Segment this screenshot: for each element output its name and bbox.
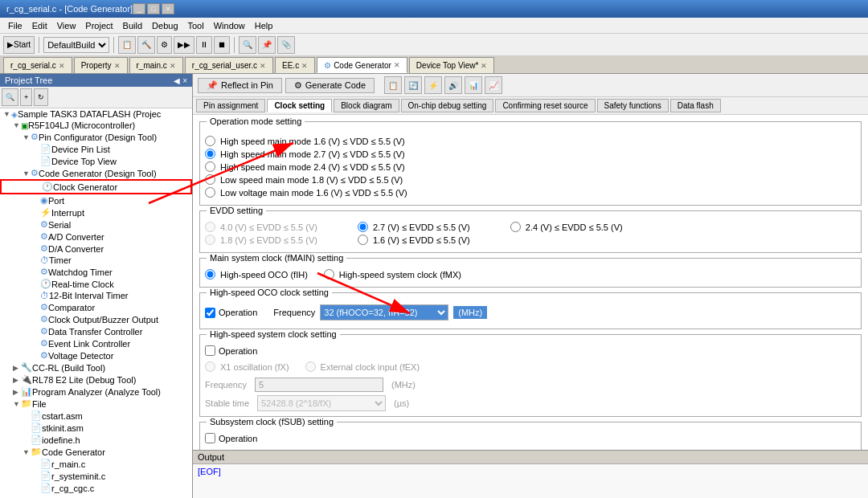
tree-item-timer[interactable]: ⏱ Timer xyxy=(0,255,192,266)
tree-item-cc-rl[interactable]: ▶ 🔧 CC-RL (Build Tool) xyxy=(0,361,192,374)
tree-item-r-main[interactable]: 📄 r_main.c xyxy=(0,458,192,470)
main-clock-radio-2[interactable] xyxy=(324,269,334,280)
tab-safety-functions[interactable]: Safety functions xyxy=(597,99,669,112)
extra-btn-5[interactable]: 📊 xyxy=(465,76,482,94)
toolbar-btn-7[interactable]: 🔍 xyxy=(239,36,256,54)
tab-data-flash[interactable]: Data flash xyxy=(670,99,721,112)
op-mode-option-3[interactable]: High speed main mode 2.4 (V) ≤ VDD ≤ 5.5… xyxy=(205,161,856,172)
hss-operation[interactable]: Operation xyxy=(205,345,856,356)
evdd-radio-3[interactable] xyxy=(358,222,368,232)
tab-r-main[interactable]: r_main.c ✕ xyxy=(129,57,183,73)
tree-item-voltage-detector[interactable]: ⚙ Voltage Detector xyxy=(0,349,192,361)
tree-item-ad-converter[interactable]: ⚙ A/D Converter xyxy=(0,231,192,243)
op-mode-option-2[interactable]: High speed main mode 2.7 (V) ≤ VDD ≤ 5.5… xyxy=(205,149,856,159)
tree-item-realtime-clock[interactable]: 🕐 Real-time Clock xyxy=(0,278,192,290)
hss-stable-select[interactable]: 52428.8 (2^18/fX) xyxy=(257,395,386,411)
tab-ee[interactable]: EE.c ✕ xyxy=(275,57,315,73)
evdd-radio-4[interactable] xyxy=(358,235,368,245)
generate-code-button[interactable]: ⚙ Generate Code xyxy=(285,78,375,93)
tree-item-device-pin[interactable]: 📄 Device Pin List xyxy=(0,143,192,155)
tab-block-diagram[interactable]: Block diagram xyxy=(334,99,399,112)
reflect-in-pin-button[interactable]: 📌 Reflect in Pin xyxy=(198,78,282,93)
tree-item-code-gen[interactable]: ▼ ⚙ Code Generator (Design Tool) xyxy=(0,167,192,179)
tab-property[interactable]: Property ✕ xyxy=(74,57,128,73)
tree-item-event-link[interactable]: ⚙ Event Link Controller xyxy=(0,337,192,349)
tree-scroll[interactable]: ▼ ◈ Sample TASK3 DATAFLASH (Projec ▼ ▣ R… xyxy=(0,108,192,498)
extra-btn-2[interactable]: 🔄 xyxy=(404,76,422,94)
tree-item-serial[interactable]: ⚙ Serial xyxy=(0,218,192,231)
tab-on-chip-debug[interactable]: On-chip debug setting xyxy=(401,99,494,112)
tab-r-cg-serial[interactable]: r_cg_serial.c ✕ xyxy=(3,57,72,73)
tab-pin-assignment[interactable]: Pin assignment xyxy=(196,99,265,112)
toolbar-btn-1[interactable]: 📋 xyxy=(118,36,136,54)
hss-radio-1[interactable] xyxy=(205,361,215,372)
toolbar-btn-2[interactable]: 🔨 xyxy=(137,36,155,54)
tree-btn-3[interactable]: ↻ xyxy=(34,88,48,106)
extra-btn-3[interactable]: ⚡ xyxy=(424,76,442,94)
op-mode-option-4[interactable]: Low speed main mode 1.8 (V) ≤ VDD ≤ 5.5 … xyxy=(205,174,856,185)
evdd-opt-2[interactable]: 1.8 (V) ≤ EVDD ≤ 5.5 (V) xyxy=(205,235,317,245)
menu-project[interactable]: Project xyxy=(80,19,117,32)
maximize-button[interactable]: □ xyxy=(147,3,160,14)
tab-code-generator[interactable]: ⚙ Code Generator ✕ xyxy=(317,57,407,73)
window-controls[interactable]: _ □ × xyxy=(133,3,174,14)
close-button[interactable]: × xyxy=(162,3,174,14)
tree-item-clock-output[interactable]: ⚙ Clock Output/Buzzer Output xyxy=(0,313,192,325)
tree-btn-1[interactable]: 🔍 xyxy=(2,88,18,106)
evdd-radio-5[interactable] xyxy=(510,222,521,232)
tab-clock-setting[interactable]: Clock setting xyxy=(267,99,332,112)
tree-item-sample[interactable]: ▼ ◈ Sample TASK3 DATAFLASH (Projec xyxy=(0,108,192,120)
evdd-opt-4[interactable]: 1.6 (V) ≤ EVDD ≤ 5.5 (V) xyxy=(358,235,470,245)
menu-build[interactable]: Build xyxy=(118,19,147,32)
tab-close-icon[interactable]: ✕ xyxy=(59,62,65,70)
evdd-opt-5[interactable]: 2.4 (V) ≤ EVDD ≤ 5.5 (V) xyxy=(510,222,623,232)
tree-item-r-cg-cgc[interactable]: 📄 r_cg_cgc.c xyxy=(0,482,192,494)
minimize-button[interactable]: _ xyxy=(133,3,145,14)
extra-btn-6[interactable]: 📈 xyxy=(485,76,502,94)
sub-operation-checkbox[interactable] xyxy=(205,433,215,443)
sub-operation[interactable]: Operation xyxy=(205,433,856,443)
tree-item-cstart[interactable]: 📄 cstart.asm xyxy=(0,410,192,422)
tree-item-file[interactable]: ▼ 📁 File xyxy=(0,398,192,410)
tree-item-port[interactable]: ◉ Port xyxy=(0,194,192,206)
evdd-opt-1[interactable]: 4.0 (V) ≤ EVDD ≤ 5.5 (V) xyxy=(205,222,317,232)
tree-item-da-converter[interactable]: ⚙ D/A Converter xyxy=(0,243,192,255)
oco-operation-checkbox[interactable] xyxy=(205,308,215,318)
evdd-radio-2[interactable] xyxy=(205,235,215,245)
hss-radio-2[interactable] xyxy=(305,361,316,372)
oco-frequency-select[interactable]: 32 (fHOCO=32, fIH=32) 16 (fHOCO=16, fIH=… xyxy=(320,304,448,320)
op-mode-radio-2[interactable] xyxy=(205,149,215,159)
tree-item-r5f[interactable]: ▼ ▣ R5F104LJ (Microcontroller) xyxy=(0,120,192,131)
hss-opt-1[interactable]: X1 oscillation (fX) xyxy=(205,361,289,372)
op-mode-radio-5[interactable] xyxy=(205,187,215,198)
op-mode-radio-3[interactable] xyxy=(205,161,215,172)
tree-item-iodefine[interactable]: 📄 iodefine.h xyxy=(0,434,192,446)
main-clock-opt-2[interactable]: High-speed system clock (fMX) xyxy=(324,269,461,280)
tab-close-icon[interactable]: ✕ xyxy=(394,61,400,69)
menu-tool[interactable]: Tool xyxy=(183,19,209,32)
toolbar-btn-3[interactable]: ⚙ xyxy=(157,36,172,54)
tree-item-clock-gen[interactable]: 🕐 Clock Generator xyxy=(0,179,192,194)
tree-btn-2[interactable]: + xyxy=(20,88,32,106)
op-mode-radio-4[interactable] xyxy=(205,174,215,185)
toolbar-btn-6[interactable]: ⏹ xyxy=(214,36,230,54)
menu-view[interactable]: View xyxy=(52,19,81,32)
tree-item-watchdog[interactable]: ⚙ Watchdog Timer xyxy=(0,266,192,278)
tab-close-icon[interactable]: ✕ xyxy=(301,62,308,70)
menu-file[interactable]: File xyxy=(3,19,27,32)
tab-close-icon[interactable]: ✕ xyxy=(170,62,176,70)
tree-item-interrupt[interactable]: ⚡ Interrupt xyxy=(0,206,192,218)
tree-item-rl78-e2[interactable]: ▶ 🔌 RL78 E2 Lite (Debug Tool) xyxy=(0,374,192,386)
op-mode-option-1[interactable]: High speed main mode 1.6 (V) ≤ VDD ≤ 5.5… xyxy=(205,136,856,146)
op-mode-radio-1[interactable] xyxy=(205,136,215,146)
tab-r-cg-serial-user[interactable]: r_cg_serial_user.c ✕ xyxy=(185,57,273,73)
toolbar-btn-9[interactable]: 📎 xyxy=(277,36,295,54)
menu-help[interactable]: Help xyxy=(250,19,278,32)
main-clock-radio-1[interactable] xyxy=(205,269,215,280)
tree-item-code-gen2[interactable]: ▼ 📁 Code Generator xyxy=(0,446,192,458)
toolbar-btn-8[interactable]: 📌 xyxy=(258,36,276,54)
tab-confirming-reset[interactable]: Confirming reset source xyxy=(495,99,595,112)
evdd-opt-3[interactable]: 2.7 (V) ≤ EVDD ≤ 5.5 (V) xyxy=(358,222,470,232)
sidebar-controls[interactable]: ◀ × xyxy=(174,76,187,85)
tree-item-program-analyzer[interactable]: ▶ 📊 Program Analyzer (Analyze Tool) xyxy=(0,386,192,398)
